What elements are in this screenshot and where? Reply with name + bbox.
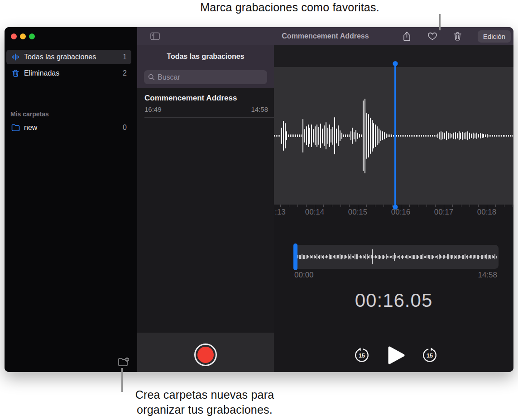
sidebar-item-deleted[interactable]: Eliminadas 2 (6, 66, 131, 81)
waveform-bar (336, 129, 337, 143)
overview-waveform-bar (462, 255, 463, 259)
waveform-bar (313, 129, 314, 143)
waveform-bar (326, 122, 326, 149)
ruler-tick (461, 205, 461, 207)
overview-waveform-bar (322, 256, 323, 258)
list-divider (144, 117, 274, 118)
overview-waveform-bar (399, 255, 400, 259)
waveform-bar (388, 134, 388, 138)
waveform-overview[interactable] (293, 245, 499, 269)
overview-waveform-bar (348, 254, 349, 259)
waveform-detail-view[interactable] (274, 67, 513, 205)
svg-text:15: 15 (427, 353, 433, 359)
skip-forward-15-button[interactable]: 15 (422, 348, 437, 363)
overview-waveform-bar (458, 255, 459, 258)
waveform-bar (473, 133, 474, 139)
search-input[interactable]: Buscar (144, 70, 267, 84)
overview-waveform-bar (403, 256, 404, 258)
overview-waveform-bar (465, 254, 465, 259)
waveform-bar (508, 135, 509, 137)
ruler-tick (478, 205, 479, 207)
search-placeholder: Buscar (158, 73, 180, 81)
ruler-tick (366, 205, 367, 207)
waveform-bar (441, 131, 441, 140)
overview-waveform-bar (428, 255, 429, 258)
playhead[interactable] (394, 63, 396, 207)
record-button[interactable] (194, 344, 217, 366)
waveform-bar (467, 131, 468, 140)
waveform-bar (276, 135, 277, 137)
close-window-button[interactable] (11, 33, 17, 39)
waveform-bar (391, 134, 392, 138)
sidebar-item-folder-new[interactable]: new 0 (6, 120, 131, 135)
waveform-bar (411, 135, 412, 137)
waveform-bar (354, 132, 355, 140)
overview-waveform-bar (493, 256, 494, 258)
overview-waveform-bar (369, 255, 370, 258)
overview-start-time: 00:00 (294, 271, 314, 280)
waveform-bar (402, 135, 403, 137)
skip-back-15-button[interactable]: 15 (354, 348, 369, 363)
waveform-bar (432, 135, 433, 137)
overview-playhead[interactable] (293, 243, 297, 270)
waveform-bar (332, 127, 333, 145)
edit-button[interactable]: Edición (478, 30, 511, 43)
overview-waveform-bar (478, 255, 479, 258)
overview-waveform-bar (424, 256, 425, 258)
overview-waveform-bar (477, 255, 478, 259)
minimize-window-button[interactable] (20, 33, 26, 39)
recording-title: Commencement Address (144, 94, 237, 103)
overview-waveform-bar (452, 255, 453, 258)
waveform-bar (365, 99, 365, 173)
overview-waveform-bar (306, 255, 307, 259)
sidebar: Todas las grabaciones 1 Eliminadas 2 Mis… (5, 27, 137, 372)
overview-waveform-bar (460, 256, 461, 258)
recording-list-item[interactable]: Commencement Address 16:49 14:58 (137, 88, 274, 118)
overview-waveform-bar (447, 254, 448, 259)
favorite-button[interactable] (427, 31, 438, 42)
new-folder-button[interactable] (117, 356, 130, 368)
playhead-bottom-handle[interactable] (393, 205, 398, 210)
sidebar-item-label: new (24, 124, 123, 132)
overview-waveform-bar (315, 256, 316, 258)
ruler-tick (341, 205, 341, 207)
waveform-bar (421, 135, 422, 137)
overview-waveform-bar (467, 255, 468, 259)
overview-waveform-bar (297, 255, 298, 258)
overview-waveform-bar (359, 256, 360, 258)
overview-waveform-bar (382, 255, 383, 259)
waveform-bar (380, 130, 381, 142)
waveform-bar (475, 134, 475, 138)
overview-waveform-bar (436, 256, 437, 258)
overview-waveform-bar (429, 255, 430, 259)
ruler-tick (495, 205, 496, 207)
overview-waveform-bar (417, 255, 418, 259)
waveform-bar (499, 135, 500, 137)
waveform-bar (327, 128, 328, 144)
share-button[interactable] (402, 31, 412, 42)
zoom-window-button[interactable] (29, 33, 35, 39)
waveform-bar (308, 124, 309, 147)
playhead-top-handle[interactable] (393, 61, 398, 66)
recording-duration: 14:58 (251, 105, 268, 113)
waveform-bar (419, 135, 420, 137)
delete-button[interactable] (452, 31, 463, 42)
overview-waveform-bar (384, 256, 385, 258)
ruler-tick (297, 205, 298, 207)
waveform-bar (405, 135, 406, 137)
waveform-bar (490, 135, 491, 137)
ruler-tick (409, 205, 410, 207)
sidebar-section-my-folders: Mis carpetas (10, 110, 49, 118)
waveform-bar (412, 135, 413, 137)
overview-waveform-bar (418, 256, 419, 258)
trash-icon (453, 32, 462, 41)
overview-section-marker (372, 249, 373, 264)
sidebar-toggle-button[interactable] (149, 31, 160, 41)
waveform-bar (379, 129, 379, 143)
overview-waveform-bar (336, 255, 336, 259)
waveform-bar (331, 129, 331, 143)
overview-waveform-bar (431, 255, 432, 259)
favorites-annotation-text: Marca grabaciones como favoritas. (200, 1, 379, 14)
sidebar-item-all-recordings[interactable]: Todas las grabaciones 1 (6, 50, 131, 64)
play-button[interactable] (386, 345, 406, 366)
